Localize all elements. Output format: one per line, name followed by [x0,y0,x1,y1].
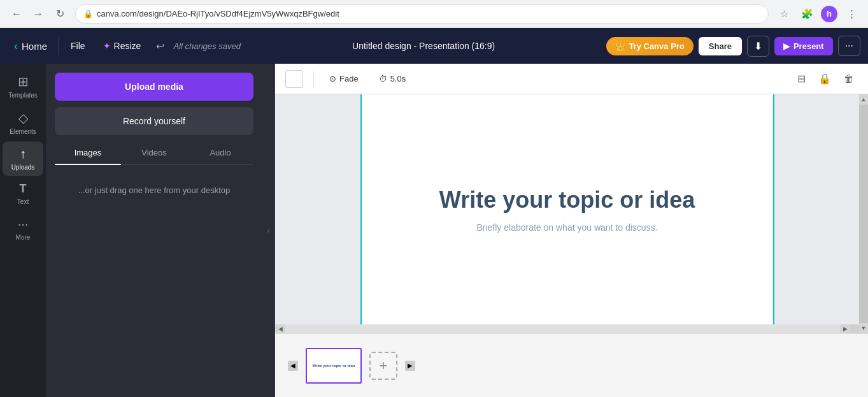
duration-icon: ⏱ [379,74,387,83]
home-button[interactable]: ‹ Home [8,36,53,57]
tab-videos[interactable]: Videos [121,141,187,165]
forward-button[interactable]: → [29,5,47,23]
slide-canvas[interactable]: Write your topic or idea Briefly elabora… [360,94,774,324]
file-button[interactable]: File [64,37,92,55]
panel-collapse-toggle[interactable]: ‹ [262,64,275,397]
try-canva-pro-button[interactable]: 👑 Try Canva Pro [606,37,693,55]
thumbnail-scroll-right[interactable]: ▶ [405,361,415,371]
lock-icon: 🔒 [83,10,93,18]
lock-tool-button[interactable]: 🔒 [815,70,835,87]
file-label: File [71,41,85,51]
browser-more-button[interactable]: ⋮ [843,5,860,23]
sidebar-icons: ⊞ Templates ◇ Elements ↑ Uploads T Text … [0,64,46,397]
home-chevron-icon: ‹ [14,40,18,53]
download-button[interactable]: ⬇ [747,36,769,57]
collapse-icon: ‹ [267,226,270,235]
toolbar-right: ⊟ 🔒 🗑 [793,70,858,87]
slide-color-box[interactable] [285,70,303,88]
browser-nav-buttons: ← → ↻ [8,5,69,23]
duration-value: 5.0s [390,74,406,83]
upload-panel: Upload media Record yourself Images Vide… [46,64,262,397]
sidebar-item-uploads-label: Uploads [11,164,35,171]
sidebar-item-templates[interactable]: ⊞ Templates [3,69,43,104]
topbar-divider [59,37,59,55]
layout-icon: ⊟ [797,73,806,84]
present-button[interactable]: ▶ Present [774,37,833,55]
bottom-thumbnail-area: ◀ Write your topic or idea + ▶ [275,333,868,397]
record-yourself-button[interactable]: Record yourself [55,107,253,135]
horizontal-scrollbar[interactable]: ◀ ▶ [275,324,859,333]
vertical-scrollbar[interactable]: ▲ ▼ [859,94,868,333]
sidebar-item-templates-label: Templates [8,92,38,99]
sidebar-item-elements-label: Elements [10,128,36,135]
try-pro-label: Try Canva Pro [629,41,684,51]
drag-hint-text: ...or just drag one here from your deskt… [55,171,253,210]
sidebar-item-uploads[interactable]: ↑ Uploads [3,141,43,176]
lock-icon: 🔒 [818,73,831,84]
uploads-icon: ↑ [20,147,26,161]
canvas-with-scroll: Write your topic or idea Briefly elabora… [275,94,868,333]
tab-images[interactable]: Images [55,141,121,165]
canvas-toolbar: ⊙ Fade ⏱ 5.0s ⊟ 🔒 🗑 [275,64,868,94]
delete-tool-button[interactable]: 🗑 [840,71,858,87]
slide-thumbnail-1-text: Write your topic or idea [310,361,358,370]
scroll-right-button[interactable]: ▶ [840,324,850,333]
browser-bar: ← → ↻ 🔒 canva.com/design/DAEo-RjITyo/vSD… [0,0,868,28]
present-icon: ▶ [783,41,790,51]
canva-topbar: ‹ Home File ✦ Resize ↩ All changes saved… [0,28,868,64]
media-tabs: Images Videos Audio [55,141,253,165]
add-slide-button[interactable]: + [369,352,397,380]
sidebar-item-more-label: More [16,234,31,241]
fade-icon: ⊙ [329,74,336,83]
topbar-center: Untitled design - Presentation (16:9) [246,41,601,51]
present-label: Present [793,41,824,51]
elements-icon: ◇ [18,110,28,126]
address-bar[interactable]: 🔒 canva.com/design/DAEo-RjITyo/vSDdf4Ejz… [75,4,769,24]
slide-title[interactable]: Write your topic or idea [439,187,695,213]
back-button[interactable]: ← [8,5,25,23]
slide-canvas-wrapper[interactable]: Write your topic or idea Briefly elabora… [275,94,859,324]
v-scroll-thumb[interactable] [859,105,868,323]
all-changes-saved-text: All changes saved [173,41,241,51]
sidebar-item-more[interactable]: ··· More [3,212,43,246]
fade-button[interactable]: ⊙ Fade [324,71,364,86]
refresh-button[interactable]: ↻ [51,5,69,23]
main-layout: ⊞ Templates ◇ Elements ↑ Uploads T Text … [0,64,868,397]
templates-icon: ⊞ [18,74,29,89]
resize-label: Resize [114,41,141,51]
text-icon: T [20,182,27,196]
undo-button[interactable]: ↩ [152,36,168,56]
fade-label: Fade [339,74,359,83]
scroll-corner [850,324,859,333]
resize-icon: ✦ [103,41,111,51]
tab-audio[interactable]: Audio [187,141,253,165]
more-options-button[interactable]: ··· [838,36,860,56]
crown-icon: 👑 [615,41,625,51]
scroll-left-button[interactable]: ◀ [275,324,285,333]
toolbar-separator [313,71,314,87]
sidebar-item-text-label: Text [17,198,29,205]
scroll-down-button[interactable]: ▼ [859,323,868,333]
url-text: canva.com/design/DAEo-RjITyo/vSDdf4EjzmV… [97,9,339,18]
home-label: Home [22,41,47,52]
share-button[interactable]: Share [699,37,742,55]
scroll-up-button[interactable]: ▲ [859,94,868,105]
browser-actions: ☆ 🧩 h ⋮ [775,5,860,23]
topbar-right: 👑 Try Canva Pro Share ⬇ ▶ Present ··· [606,36,860,57]
sidebar-item-elements[interactable]: ◇ Elements [3,105,43,140]
layout-tool-button[interactable]: ⊟ [793,70,809,87]
download-icon: ⬇ [754,40,762,52]
upload-media-button[interactable]: Upload media [55,73,253,101]
user-avatar[interactable]: h [821,6,837,22]
more-icon: ··· [18,217,29,231]
slide-subtitle[interactable]: Briefly elaborate on what you want to di… [476,222,657,233]
star-button[interactable]: ☆ [775,5,793,23]
slide-thumbnail-1[interactable]: Write your topic or idea [306,348,362,384]
delete-icon: 🗑 [844,73,854,84]
resize-button[interactable]: ✦ Resize [97,37,148,55]
thumbnail-scroll-left[interactable]: ◀ [288,361,298,371]
sidebar-item-text[interactable]: T Text [3,177,43,210]
extension-button[interactable]: 🧩 [798,5,816,23]
canvas-area: ⊙ Fade ⏱ 5.0s ⊟ 🔒 🗑 [275,64,868,397]
duration-button[interactable]: ⏱ 5.0s [374,71,411,86]
